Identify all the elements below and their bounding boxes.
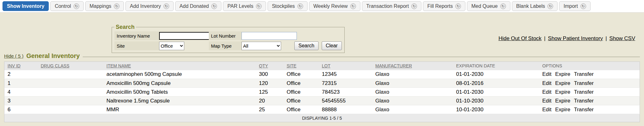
column-header-qty[interactable]: QTY xyxy=(256,62,284,70)
lot-cell: 72315 xyxy=(319,79,372,88)
table-row: 3 Naltrexone 1.5mg Capsule 20 Office 545… xyxy=(4,97,640,105)
transfer-link[interactable]: Transfer xyxy=(574,89,594,95)
tab-weekly-review[interactable]: Weekly Review xyxy=(309,1,360,11)
item-name-cell: MMR xyxy=(103,105,256,114)
link-separator: | xyxy=(605,35,607,41)
edit-link[interactable]: Edit xyxy=(542,80,552,86)
item-name-cell: Amoxicillin 500mg Capsule xyxy=(103,79,256,88)
tab-show-inventory[interactable]: Show Inventory xyxy=(3,1,49,11)
refresh-icon[interactable] xyxy=(580,3,586,9)
tab-par-levels[interactable]: PAR Levels xyxy=(223,1,266,11)
edit-link[interactable]: Edit xyxy=(542,98,552,104)
tab-control[interactable]: Control xyxy=(50,1,84,11)
refresh-icon[interactable] xyxy=(164,3,169,9)
lot-number-input[interactable] xyxy=(242,32,297,40)
expire-link[interactable]: Expire xyxy=(555,89,570,95)
edit-link[interactable]: Edit xyxy=(542,107,552,113)
paging-status: DISPLAYING 1-5 / 5 xyxy=(4,114,640,122)
map-type-select[interactable]: All xyxy=(242,42,281,50)
transfer-link[interactable]: Transfer xyxy=(574,107,594,113)
tab-label: Med Queue xyxy=(471,3,498,9)
column-header-site[interactable]: SITE xyxy=(284,62,319,70)
tab-label: Mappings xyxy=(90,3,111,9)
site-cell: Office xyxy=(284,88,319,97)
search-grid: Inventory Name Lot Number Site Office Ma… xyxy=(114,31,342,50)
refresh-icon[interactable] xyxy=(547,3,553,9)
inventory-name-input[interactable] xyxy=(159,32,213,40)
tab-import[interactable]: Import xyxy=(559,1,590,11)
hide-out-of-stock-link[interactable]: Hide Out Of Stock xyxy=(498,35,541,41)
lot-cell: 12345 xyxy=(319,70,372,79)
tab-transaction-report[interactable]: Transaction Report xyxy=(362,1,421,11)
tab-label: Blank Labels xyxy=(516,3,545,9)
tab-mappings[interactable]: Mappings xyxy=(85,1,124,11)
hide-section-link[interactable]: Hide ( 5 ) xyxy=(4,53,24,59)
qty-cell: 300 xyxy=(256,70,284,79)
refresh-icon[interactable] xyxy=(297,3,303,9)
lot-cell: 784523 xyxy=(319,88,372,97)
edit-link[interactable]: Edit xyxy=(542,89,552,95)
options-cell: Edit Expire Transfer xyxy=(539,97,640,105)
link-separator: | xyxy=(544,35,545,41)
qty-cell: 20 xyxy=(256,97,284,105)
drug-class-cell xyxy=(38,70,103,79)
expire-link[interactable]: Expire xyxy=(555,98,570,104)
column-header-lot[interactable]: LOT xyxy=(319,62,372,70)
tab-label: PAR Levels xyxy=(227,3,253,9)
column-header-item-name[interactable]: ITEM NAME xyxy=(103,62,256,70)
drug-class-cell xyxy=(38,88,103,97)
clear-button[interactable]: Clear xyxy=(322,41,342,50)
lot-cell: 88888 xyxy=(319,105,372,114)
inv-id-cell: 4 xyxy=(4,88,38,97)
expire-link[interactable]: Expire xyxy=(555,107,570,113)
manufacturer-cell: Glaxo xyxy=(372,97,453,105)
qty-cell: 25 xyxy=(256,105,284,114)
inv-id-cell: 3 xyxy=(4,97,38,105)
tab-blank-labels[interactable]: Blank Labels xyxy=(512,1,558,11)
tab-add-donated[interactable]: Add Donated xyxy=(175,1,221,11)
site-select[interactable]: Office xyxy=(159,42,184,50)
drug-class-cell xyxy=(38,105,103,114)
tab-label: Fill Reports xyxy=(427,3,453,9)
refresh-icon[interactable] xyxy=(256,3,262,9)
show-patient-inventory-link[interactable]: Show Patient Inventory xyxy=(548,35,603,41)
tab-label: Stockpiles xyxy=(272,3,295,9)
tab-med-queue[interactable]: Med Queue xyxy=(467,1,510,11)
refresh-icon[interactable] xyxy=(211,3,217,9)
refresh-icon[interactable] xyxy=(350,3,356,9)
tab-label: Add Donated xyxy=(180,3,209,9)
transfer-link[interactable]: Transfer xyxy=(574,80,594,86)
refresh-icon[interactable] xyxy=(500,3,506,9)
table-header-row: INV ID DRUG CLASS ITEM NAME QTY SITE LOT… xyxy=(4,62,640,70)
view-links: Hide Out Of Stock|Show Patient Inventory… xyxy=(498,35,635,42)
inventory-table: INV ID DRUG CLASS ITEM NAME QTY SITE LOT… xyxy=(4,61,640,122)
table-row: 2 acetaminophen 500mg Capsule 300 Office… xyxy=(4,70,640,79)
transfer-link[interactable]: Transfer xyxy=(574,71,594,77)
column-header-expiration-date: EXPIRATION DATE xyxy=(453,62,539,70)
tab-stockpiles[interactable]: Stockpiles xyxy=(268,1,308,11)
show-csv-link[interactable]: Show CSV xyxy=(609,35,635,41)
column-header-inv-id[interactable]: INV ID xyxy=(4,62,38,70)
site-cell: Office xyxy=(284,97,319,105)
tab-label: Add Inventory xyxy=(130,3,161,9)
site-cell: Office xyxy=(284,79,319,88)
column-header-drug-class[interactable]: DRUG CLASS xyxy=(38,62,103,70)
expire-link[interactable]: Expire xyxy=(555,71,570,77)
lot-cell: 54545555 xyxy=(319,97,372,105)
expiration-date-cell: 01-01-2030 xyxy=(453,70,539,79)
map-type-label: Map Type xyxy=(209,41,242,50)
expiration-date-cell: 01-10-2030 xyxy=(453,97,539,105)
expire-link[interactable]: Expire xyxy=(555,80,570,86)
refresh-icon[interactable] xyxy=(114,3,119,9)
tab-add-inventory[interactable]: Add Inventory xyxy=(125,1,174,11)
transfer-link[interactable]: Transfer xyxy=(574,98,594,104)
refresh-icon[interactable] xyxy=(455,3,461,9)
search-button[interactable]: Search xyxy=(294,41,319,50)
tab-fill-reports[interactable]: Fill Reports xyxy=(423,1,465,11)
refresh-icon[interactable] xyxy=(74,3,79,9)
tab-label: Weekly Review xyxy=(314,3,348,9)
options-cell: Edit Expire Transfer xyxy=(539,70,640,79)
column-header-manufacturer[interactable]: MANUFACTURER xyxy=(372,62,453,70)
refresh-icon[interactable] xyxy=(411,3,417,9)
edit-link[interactable]: Edit xyxy=(542,71,552,77)
